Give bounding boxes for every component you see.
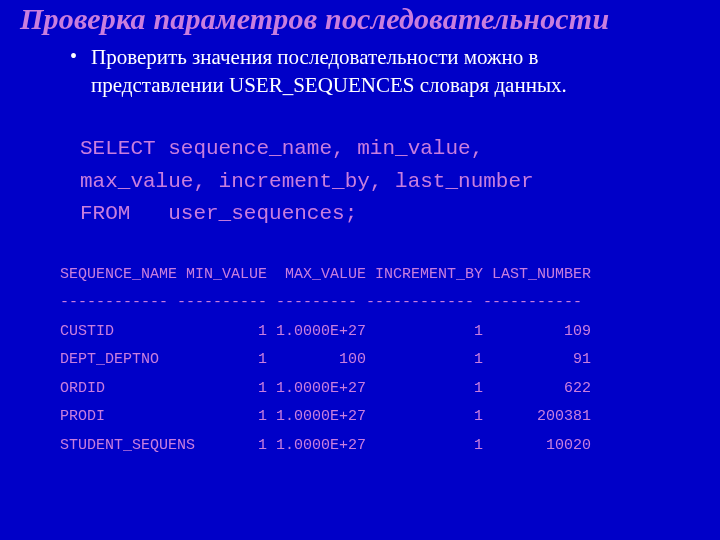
result-row: ORDID 1 1.0000E+27 1 622 <box>60 380 591 397</box>
result-row: DEPT_DEPTNO 1 100 1 91 <box>60 351 591 368</box>
result-row: STUDENT_SEQUENS 1 1.0000E+27 1 10020 <box>60 437 591 454</box>
sql-line: SELECT sequence_name, min_value, <box>80 137 483 160</box>
bullet-dot-icon: • <box>70 43 77 69</box>
sql-line: max_value, increment_by, last_number <box>80 170 534 193</box>
slide-title: Проверка параметров последовательности <box>20 2 700 37</box>
result-row: CUSTID 1 1.0000E+27 1 109 <box>60 323 591 340</box>
sql-block: SELECT sequence_name, min_value, max_val… <box>80 133 700 231</box>
result-row: PRODI 1 1.0000E+27 1 200381 <box>60 408 591 425</box>
slide: Проверка параметров последовательности •… <box>0 2 720 480</box>
bullet-item: • Проверить значения последовательности … <box>70 43 700 100</box>
query-result: SEQUENCE_NAME MIN_VALUE MAX_VALUE INCREM… <box>60 261 700 461</box>
sql-line: FROM user_sequences; <box>80 202 357 225</box>
result-separator: ------------ ---------- --------- ------… <box>60 294 582 311</box>
bullet-text: Проверить значения последовательности мо… <box>91 43 651 100</box>
result-header: SEQUENCE_NAME MIN_VALUE MAX_VALUE INCREM… <box>60 266 591 283</box>
